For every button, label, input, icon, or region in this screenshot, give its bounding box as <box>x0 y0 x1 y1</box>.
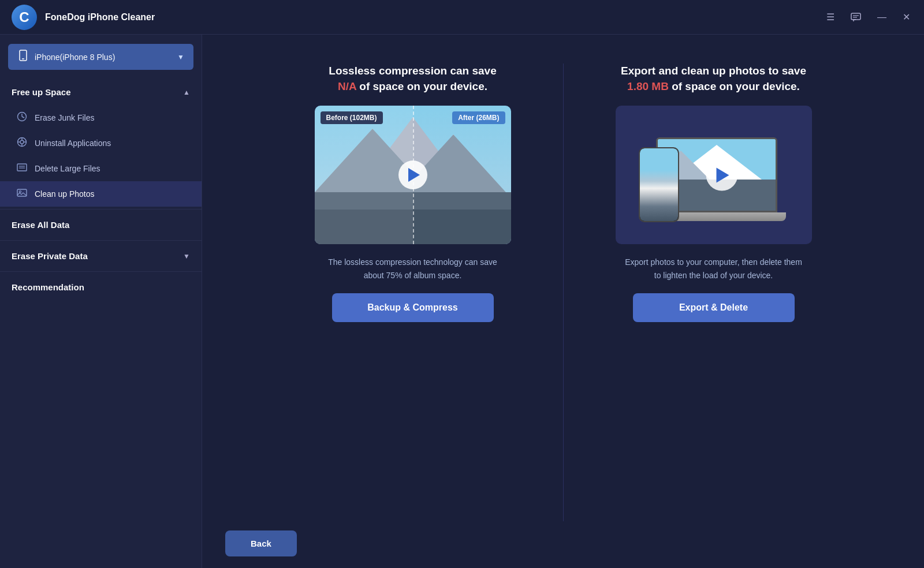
compress-image: Before (102MB) After (26MB) <box>315 106 511 244</box>
sidebar-item-erase-private[interactable]: Erase Private Data ▼ <box>0 243 202 269</box>
device-name: iPhone(iPhone 8 Plus) <box>35 53 172 62</box>
export-card: Export and clean up photos to save 1.80 … <box>593 63 835 322</box>
sidebar-label-erase-all: Erase All Data <box>12 220 69 230</box>
export-highlight: 1.80 MB <box>627 80 669 92</box>
menu-button[interactable]: ☰ <box>824 9 837 25</box>
title-bar: C FoneDog iPhone Cleaner ☰ — ✕ <box>0 0 924 35</box>
compress-card: Lossless compression can save N/A of spa… <box>292 63 534 322</box>
device-icon <box>17 50 29 64</box>
minimize-button[interactable]: — <box>875 10 889 25</box>
files-icon <box>16 162 28 175</box>
device-mockup-container <box>633 117 795 233</box>
chat-button[interactable] <box>848 10 863 24</box>
sidebar-item-label-clean-photos: Clean up Photos <box>35 189 95 199</box>
svg-rect-0 <box>851 13 860 20</box>
sidebar-item-clean-photos[interactable]: Clean up Photos <box>0 181 202 207</box>
export-image <box>616 106 812 244</box>
compress-description: The lossless compression technology can … <box>321 256 505 282</box>
photos-icon <box>16 188 28 200</box>
export-description: Export photos to your computer, then del… <box>621 256 806 282</box>
play-icon <box>408 168 420 182</box>
phone-screen <box>640 148 678 221</box>
sidebar-item-erase-junk[interactable]: Erase Junk Files <box>0 105 202 130</box>
close-button[interactable]: ✕ <box>900 9 912 25</box>
erase-private-arrow-icon: ▼ <box>183 252 190 260</box>
sidebar-divider-1 <box>0 209 202 210</box>
main-content: Lossless compression can save N/A of spa… <box>202 35 924 568</box>
backup-compress-button[interactable]: Backup & Compress <box>332 293 494 322</box>
svg-line-7 <box>22 117 24 118</box>
sidebar-item-recommendation[interactable]: Recommendation <box>0 274 202 300</box>
content-cards: Lossless compression can save N/A of spa… <box>225 52 901 521</box>
apps-icon <box>16 137 28 150</box>
sidebar-section-free-space: Free up Space ▲ Erase Junk Files <box>0 79 202 207</box>
export-play-button[interactable] <box>706 159 737 191</box>
sidebar-section-title-free-space: Free up Space <box>12 87 71 97</box>
app-title: FoneDog iPhone Cleaner <box>45 12 155 23</box>
export-card-title: Export and clean up photos to save 1.80 … <box>621 63 806 94</box>
window-controls: ☰ — ✕ <box>824 9 912 25</box>
back-button[interactable]: Back <box>225 530 297 556</box>
sidebar-item-uninstall-apps[interactable]: Uninstall Applications <box>0 130 202 156</box>
device-selector-arrow-icon: ▼ <box>177 53 184 61</box>
sidebar-label-erase-private: Erase Private Data <box>12 251 88 261</box>
compress-card-title: Lossless compression can save N/A of spa… <box>329 63 496 94</box>
bottom-bar: Back <box>225 521 901 556</box>
export-delete-button[interactable]: Export & Delete <box>633 293 795 322</box>
phone <box>639 147 679 222</box>
play-icon-large <box>717 167 729 182</box>
sidebar-item-erase-all[interactable]: Erase All Data <box>0 212 202 238</box>
svg-point-9 <box>20 140 24 144</box>
svg-point-18 <box>20 191 21 193</box>
sidebar-item-delete-large[interactable]: Delete Large Files <box>0 156 202 181</box>
app-logo: C <box>12 5 37 30</box>
sidebar-item-label-uninstall: Uninstall Applications <box>35 139 111 148</box>
sidebar-item-label-erase-junk: Erase Junk Files <box>35 113 94 122</box>
sidebar-label-recommendation: Recommendation <box>12 282 84 292</box>
sidebar-item-label-delete-large: Delete Large Files <box>35 164 100 173</box>
sidebar-divider-3 <box>0 271 202 272</box>
clock-icon <box>16 111 28 124</box>
before-label: Before (102MB) <box>321 111 383 124</box>
svg-rect-17 <box>17 189 27 196</box>
sidebar-divider-2 <box>0 240 202 241</box>
sidebar-section-header-free-space[interactable]: Free up Space ▲ <box>0 79 202 105</box>
compress-play-button[interactable] <box>398 160 427 189</box>
logo-letter: C <box>19 9 29 25</box>
sidebar-section-collapse-icon: ▲ <box>183 88 190 96</box>
sidebar: iPhone(iPhone 8 Plus) ▼ Free up Space ▲ … <box>0 35 202 568</box>
card-divider <box>563 63 564 521</box>
compress-highlight: N/A <box>338 80 356 92</box>
main-layout: iPhone(iPhone 8 Plus) ▼ Free up Space ▲ … <box>0 35 924 568</box>
svg-rect-14 <box>17 164 27 171</box>
after-label: After (26MB) <box>452 111 505 124</box>
device-selector[interactable]: iPhone(iPhone 8 Plus) ▼ <box>8 44 193 70</box>
